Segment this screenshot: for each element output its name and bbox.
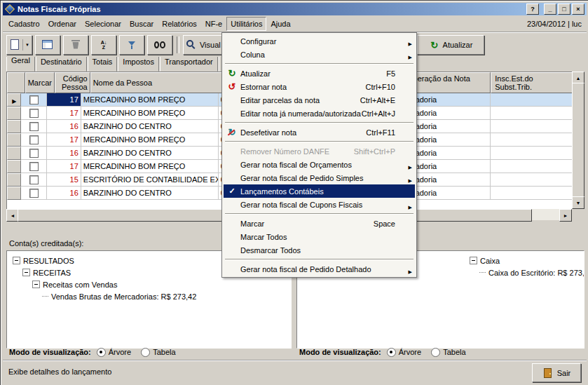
toolbar-find-button[interactable] (147, 35, 172, 55)
marcar-cell[interactable] (21, 187, 47, 200)
nome-pessoa-cell: BARZINHO DO CENTRO (81, 187, 219, 200)
arvore-radio[interactable] (387, 348, 396, 357)
arvore-option[interactable]: Árvore (97, 348, 131, 357)
arvore-option[interactable]: Árvore (387, 348, 421, 357)
row-checkbox[interactable] (29, 135, 39, 144)
tree-collapse-icon[interactable] (470, 257, 477, 264)
row-checkbox[interactable] (29, 109, 39, 118)
new-doc-icon (9, 39, 20, 50)
sair-button[interactable]: Sair (532, 363, 581, 382)
header-insc-est-subst-trib[interactable]: Insc.Est.doSubst.Trib. (491, 72, 573, 93)
menu-item-configurar[interactable]: Configurar (224, 34, 415, 48)
insc-cell (491, 120, 573, 133)
menu-item-gerar-nota-fiscal-de-orcamentos[interactable]: Gerar nota fiscal de Orçamentos (224, 158, 415, 171)
menu-item-estornar-nota[interactable]: Estornar notaCtrl+F10 (224, 80, 415, 93)
menu-item-lancamentos-contabeis[interactable]: Lançamentos Contábeis (224, 184, 415, 198)
menu-item-desefetivar-nota[interactable]: Desefetivar notaCtrl+F11 (224, 126, 415, 139)
vscroll-thumb[interactable] (572, 83, 584, 199)
tabela-radio[interactable] (141, 348, 150, 357)
sort-az-icon (98, 39, 109, 50)
tab-transportador[interactable]: Transportador (160, 57, 218, 72)
atualizar-button[interactable]: Atualizar (417, 35, 484, 55)
row-checkbox[interactable] (29, 189, 39, 198)
tree-collapse-icon[interactable] (22, 269, 30, 276)
header-codigo-pessoa[interactable]: CódigoPessoa (55, 72, 90, 93)
toolbar-delete-button[interactable] (63, 35, 88, 55)
row-checkbox[interactable] (29, 149, 39, 158)
row-selector[interactable] (7, 120, 21, 133)
row-checkbox[interactable] (29, 95, 39, 104)
menu-item-gerar-nota-fiscal-de-cupons-fiscais[interactable]: Gerar nota fiscal de Cupons Fiscais (224, 198, 415, 211)
help-button[interactable]: ? (526, 4, 539, 15)
menu-icon-gutter (226, 95, 238, 106)
menu-item-marcar[interactable]: MarcarSpace (224, 217, 415, 230)
marcar-cell[interactable] (21, 133, 47, 147)
row-selector[interactable] (7, 133, 21, 147)
menubar-item-nf-e[interactable]: NF-e (201, 17, 226, 31)
marcar-cell[interactable] (21, 93, 47, 107)
menu-item-label: Desmarcar Todos (240, 246, 301, 255)
menu-item-editar-parcelas-da-nota[interactable]: Editar parcelas da notaCtrl+Alt+E (224, 93, 415, 107)
tab-geral[interactable]: Geral (6, 57, 35, 72)
toolbar-buttons: ▼ (6, 35, 175, 55)
titlebar[interactable]: Notas Fiscais Próprias ? _ □ × (3, 3, 587, 15)
menu-item-atualizar[interactable]: AtualizarF5 (224, 67, 415, 80)
scroll-down-icon[interactable] (572, 196, 584, 209)
row-selector[interactable] (7, 173, 21, 187)
row-selector[interactable] (7, 147, 21, 160)
menu-separator (225, 259, 413, 260)
menubar-item-ordenar[interactable]: Ordenar (44, 17, 81, 31)
tree-item-label: RECEITAS (33, 269, 71, 277)
marcar-cell[interactable] (21, 107, 47, 120)
tabela-radio[interactable] (431, 348, 440, 357)
row-selector[interactable] (7, 187, 21, 200)
menu-item-coluna[interactable]: Coluna (224, 48, 415, 61)
tree-item[interactable]: Receitas com Vendas (7, 278, 291, 290)
menubar-item-cadastro[interactable]: Cadastro (4, 17, 44, 31)
menu-item-marcar-todos[interactable]: Marcar Todos (224, 230, 415, 243)
dropdown-arrow-icon[interactable]: ▼ (22, 39, 29, 50)
menu-item-gerar-nota-fiscal-de-pedido-detalhado[interactable]: Gerar nota fiscal de Pedido Detalhado (224, 262, 415, 276)
tree-item[interactable]: Vendas Brutas de Mercadorias: R$ 273,42 (7, 290, 291, 302)
tab-impostos[interactable]: Impostos (118, 57, 159, 72)
menu-item-gerar-nota-fiscal-de-pedido-simples[interactable]: Gerar nota fiscal de Pedido Simples (224, 171, 415, 184)
menubar-item-selecionar[interactable]: Selecionar (81, 17, 125, 31)
tab-destinatario[interactable]: Destinatário (36, 57, 87, 72)
close-button[interactable]: × (572, 4, 584, 15)
menubar-item-ajuda[interactable]: Ajuda (266, 17, 294, 31)
toolbar-new-button[interactable]: ▼ (6, 35, 32, 55)
vertical-scrollbar[interactable] (572, 72, 583, 209)
toolbar-filter-button[interactable] (119, 35, 144, 55)
marcar-cell[interactable] (21, 160, 47, 173)
tabela-option[interactable]: Tabela (431, 348, 465, 357)
row-checkbox[interactable] (29, 175, 39, 184)
minimize-button[interactable]: _ (544, 4, 556, 15)
menubar-item-buscar[interactable]: Buscar (125, 17, 158, 31)
header-nome-pessoa[interactable]: Nome da Pessoa (90, 72, 225, 93)
toolbar-sort-button[interactable] (91, 35, 116, 55)
tabela-option[interactable]: Tabela (141, 348, 175, 357)
header-marcar[interactable]: Marcar (25, 72, 55, 93)
menu-item-desmarcar-todos[interactable]: Desmarcar Todos (224, 243, 415, 257)
scroll-right-icon[interactable] (559, 209, 572, 222)
tab-totais[interactable]: Totais (88, 57, 118, 72)
header-operacao-da-nota[interactable]: peração da Nota (411, 72, 491, 93)
menu-icon-gutter (226, 245, 238, 256)
tree-collapse-icon[interactable] (32, 281, 40, 288)
row-checkbox[interactable] (29, 122, 39, 131)
titlebar-buttons: ? _ □ × (526, 4, 584, 15)
menubar-item-relatorios[interactable]: Relatórios (158, 17, 201, 31)
marcar-cell[interactable] (21, 120, 47, 133)
row-selector[interactable] (7, 160, 21, 173)
tree-collapse-icon[interactable] (13, 257, 20, 264)
row-checkbox[interactable] (29, 162, 39, 171)
maximize-button[interactable]: □ (558, 4, 570, 15)
row-selector[interactable] (7, 93, 21, 107)
menubar-item-utilitarios[interactable]: Utilitários (226, 17, 266, 31)
row-selector[interactable] (7, 107, 21, 120)
menu-item-editar-nota-ja-numerada-autorizada[interactable]: Editar nota já numerada/autorizadaCtrl+A… (224, 107, 415, 120)
marcar-cell[interactable] (21, 173, 47, 187)
toolbar-export-button[interactable] (35, 35, 60, 55)
arvore-radio[interactable] (97, 348, 106, 357)
marcar-cell[interactable] (21, 147, 47, 160)
